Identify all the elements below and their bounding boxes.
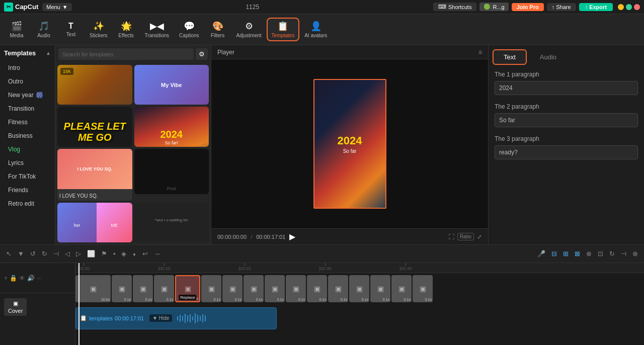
tl-btn3[interactable]: ⊠ (573, 249, 582, 258)
video-clip-9[interactable]: ▣ 0.1s (265, 275, 285, 302)
sidebar-item-lyrics[interactable]: Lyrics (2, 156, 53, 169)
join-pro-button[interactable]: Join Pro (512, 3, 544, 11)
tool-templates[interactable]: 📋 Templates (268, 19, 299, 40)
redo-button[interactable]: ↻ (40, 249, 49, 258)
sidebar-item-business[interactable]: Business (2, 129, 53, 142)
tool-captions[interactable]: 💬 Captions (175, 19, 203, 40)
sidebar-item-intro[interactable]: Intro (2, 61, 53, 74)
tool-avatars[interactable]: 👤 AI avatars (300, 19, 331, 40)
video-clip-8[interactable]: ▣ 0.1s (244, 275, 264, 302)
collapse-icon[interactable]: ▲ (46, 50, 51, 56)
video-clip-4[interactable]: ▣ 0.1s (154, 275, 174, 302)
tab-audio[interactable]: Audio (529, 49, 568, 65)
export-button[interactable]: ↑ Export (579, 3, 613, 11)
rotate-button[interactable]: ↩ (140, 249, 150, 258)
sidebar-item-friends[interactable]: Friends (2, 184, 53, 197)
crop-button[interactable]: ▪ (111, 249, 118, 258)
filter-button[interactable]: ⚙ (196, 48, 208, 60)
maximize-button[interactable] (626, 4, 632, 10)
video-clip-12[interactable]: ▣ 0.1s (328, 275, 348, 302)
template-card-love[interactable]: I LOVE YOU SQ. I LOVE YOU SQ. (57, 149, 132, 201)
sidebar-item-fitness[interactable]: Fitness (2, 116, 53, 129)
mic-button[interactable]: 🎤 (535, 249, 547, 258)
template-card-waiting[interactable]: *wut r u waiting for (134, 203, 209, 242)
template-search-input[interactable] (58, 48, 194, 60)
playhead[interactable] (78, 263, 79, 345)
video-clip-15[interactable]: ▣ 0.1s (391, 275, 412, 302)
tool-stickers[interactable]: ✨ Stickers (86, 19, 112, 40)
ratio-button[interactable]: Ratio (457, 233, 474, 240)
video-clip-6[interactable]: ▣ 0.1s (201, 275, 221, 302)
template-card-please[interactable]: PLEASE LET ME GO ▶ 1.4K 🔖 30 ⬇ (57, 107, 132, 146)
para3-input[interactable]: ready? (495, 145, 638, 159)
expand-icon[interactable]: ⤢ (477, 233, 482, 240)
video-clip-10[interactable]: ▣ 0.1s (286, 275, 306, 302)
tl-loop[interactable]: ↻ (607, 249, 617, 258)
tl-btn1[interactable]: ⊟ (549, 249, 559, 258)
undo-button[interactable]: ↺ (28, 249, 38, 258)
share-button[interactable]: ↑ Share (547, 3, 576, 11)
sidebar-item-retro[interactable]: Retro edit (2, 197, 53, 210)
para1-input[interactable]: 2024 (495, 81, 638, 95)
sidebar-item-outro[interactable]: Outro (2, 75, 53, 88)
track-more-button[interactable]: ··· (37, 275, 42, 282)
cover-button[interactable]: ▣ Cover (4, 298, 27, 316)
video-clip-5-selected[interactable]: ▣ 0.1s (175, 275, 200, 302)
video-clip-11[interactable]: ▣ 0.1s (307, 275, 327, 302)
video-clip-3[interactable]: ▣ 0.1s (133, 275, 153, 302)
tab-text[interactable]: Text (493, 49, 527, 65)
sidebar-item-newyear[interactable]: New year 🎆 (2, 89, 53, 102)
adjust-button[interactable]: ◈ (119, 249, 128, 258)
tl-tool2[interactable]: ⬧ (130, 249, 138, 258)
track-add-button[interactable]: + (4, 275, 8, 282)
video-clip-14[interactable]: ▣ 0.1s (370, 275, 390, 302)
tl-copy[interactable]: ⊡ (596, 249, 605, 258)
close-button[interactable] (634, 4, 640, 10)
track-audio-button[interactable]: 🔊 (27, 275, 35, 282)
tool-filters[interactable]: 🎨 Filters (205, 19, 230, 40)
sidebar-item-vlog[interactable]: Vlog (2, 143, 53, 156)
tool-effects[interactable]: 🌟 Effects (114, 19, 139, 40)
template-card-post[interactable]: Post (134, 149, 209, 194)
fullscreen-icon[interactable]: ⛶ (448, 233, 454, 240)
expand-button[interactable]: ↔ (152, 249, 163, 258)
menu-button[interactable]: Menu ▼ (42, 3, 71, 11)
minimize-button[interactable] (618, 4, 624, 10)
select-tool[interactable]: ↖ (4, 249, 14, 258)
tl-settings[interactable]: ⊕ (630, 249, 640, 258)
para2-input[interactable]: So far (495, 113, 638, 127)
sidebar-item-tiktok[interactable]: For TikTok (2, 170, 53, 183)
template-card-paige[interactable]: 15K paige😊 (57, 65, 132, 105)
template-card-myvibe[interactable]: My Vibe ▶ 664 🔖 9 ⬇ My Vibe (134, 65, 209, 105)
template-card-sofar[interactable]: 2024 So far! ▶ 286.2K 🔖 71 2024 So far! (134, 107, 209, 146)
ring-button[interactable]: 🟢 R...g (479, 3, 508, 11)
mark-in-button[interactable]: ⊣ (51, 249, 61, 258)
delete-button[interactable]: ⬜ (85, 249, 97, 258)
video-clip-1[interactable]: ▣ 10.0s (75, 275, 111, 302)
tl-split[interactable]: ⊕ (584, 249, 594, 258)
template-card-her[interactable]: her ME ▶ 2.8K 🔖 2 ⬇ (57, 203, 132, 242)
video-clip-2[interactable]: ▣ 0.1s (112, 275, 132, 302)
trim-left-button[interactable]: ◁ (63, 249, 72, 258)
tool-text[interactable]: T Text (58, 20, 84, 39)
tool-media[interactable]: 🎬 Media (4, 19, 29, 40)
audio-clip[interactable]: 📋 lemplates 00:00:17:01 ▼ Hide (75, 307, 277, 329)
play-button[interactable]: ▶ (289, 232, 295, 241)
menu-chevron-icon: ▼ (62, 4, 68, 10)
shortcuts-button[interactable]: ⌨ Shortcuts (433, 3, 476, 11)
tl-btn2[interactable]: ⊞ (561, 249, 571, 258)
video-clip-7[interactable]: ▣ 0.1s (222, 275, 243, 302)
tool-adjustment[interactable]: ⚙ Adjustment (232, 19, 266, 40)
tl-end[interactable]: ⊣ (619, 249, 628, 258)
sidebar-item-transition[interactable]: Transition (2, 102, 53, 115)
trim-right-button[interactable]: ▷ (74, 249, 83, 258)
track-lock-button[interactable]: 🔒 (10, 275, 17, 282)
tool-audio[interactable]: 🎵 Audio (31, 19, 56, 40)
track-visible-button[interactable]: 👁 (19, 275, 25, 282)
tool-transitions[interactable]: ▶◀ Transitions (141, 19, 174, 40)
player-menu-icon[interactable]: ≡ (478, 49, 482, 56)
hide-button[interactable]: ▼ Hide (149, 314, 172, 322)
flag-button[interactable]: ⚑ (99, 249, 109, 258)
video-clip-16[interactable]: ▣ 0.1s (413, 275, 433, 302)
video-clip-13[interactable]: ▣ 0.1s (349, 275, 369, 302)
